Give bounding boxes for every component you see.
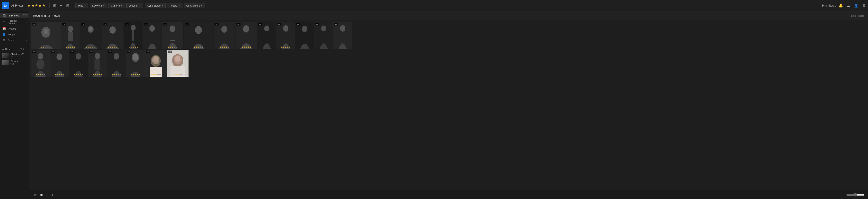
keyword-filter[interactable]: Keyword ▼ — [90, 3, 107, 8]
svg-point-32 — [321, 26, 326, 31]
r2-photo-7-badge: TIF — [146, 50, 150, 53]
app-title: All Photos — [11, 4, 24, 7]
r2-photo-8[interactable]: TIF ★ ★ ★ ★ — [167, 50, 188, 77]
cloud-icon[interactable]: ☁ — [846, 2, 851, 9]
p5s2: ★ — [130, 46, 132, 48]
star-4[interactable]: ★ — [38, 3, 41, 8]
grid-icon[interactable]: ▣ — [39, 192, 44, 197]
detail-view-btn[interactable]: ⊟ — [65, 2, 70, 9]
photo-8[interactable]: TIF ★ ★ ★ ★ ★ — [184, 22, 213, 49]
r2-photo-5[interactable]: TIF ★ ★ ★ ★ ★ — [107, 50, 126, 77]
r2-photo-2[interactable]: TIF ★ ★ ★ ★ ★ — [50, 50, 69, 77]
photo-3[interactable]: TIF ★ ★ ★ ★ ★ — [80, 22, 101, 49]
photo-7-overlay-top: TIF — [163, 23, 182, 26]
svg-point-17 — [169, 26, 176, 32]
p4s4: ★ — [114, 46, 116, 48]
by-date-label: By Date — [8, 28, 24, 30]
svg-point-2 — [43, 29, 48, 34]
svg-rect-18 — [170, 40, 176, 41]
recently-added-icon: ⏱ — [2, 21, 6, 24]
photo-1[interactable]: TIF ★ ★ ★ ★ ★ — [31, 22, 61, 49]
r2-photo-4[interactable]: TIF ★ ★ ★ ★ ★ — [88, 50, 107, 77]
detail-icon[interactable]: ► — [50, 192, 56, 197]
sidebar-item-deleted[interactable]: 🗑 Deleted › — [0, 37, 29, 43]
photo-9[interactable]: TIF ★ ★ ★ ★ ★ — [214, 22, 235, 49]
star-2[interactable]: ★ — [31, 3, 34, 8]
r2-photo-1-overlay-top: TIF — [32, 50, 49, 53]
star-3[interactable]: ★ — [35, 3, 38, 8]
list-view-btn[interactable]: ≡ — [59, 3, 64, 9]
contributors-filter-label: Contributors — [186, 4, 200, 7]
photo-2[interactable]: TIF ★ ★ ★ ★ ★ — [61, 22, 80, 49]
photo-4-overlay-top: TIF — [103, 23, 123, 26]
r2-photo-7[interactable]: TIF ★ ★ ★ ★ ★ — [145, 50, 166, 77]
settings-icon[interactable]: ⚙ — [861, 2, 866, 9]
keyword-filter-label: Keyword — [92, 4, 102, 7]
photo-6[interactable]: TIF — [143, 22, 161, 49]
photo-11[interactable]: TIF — [257, 22, 276, 49]
camera-filter[interactable]: Camera ▼ — [108, 3, 125, 8]
sidebar-item-recently-added[interactable]: ⏱ Recently Added › — [0, 18, 29, 26]
p9s4: ★ — [225, 46, 227, 48]
star-1[interactable]: ★ — [28, 3, 31, 8]
photo-7[interactable]: TIF ★ ★ ★ ★ ★ — [162, 22, 183, 49]
all-photos-count: 772 — [23, 14, 27, 17]
r2-photo-6[interactable]: TIF ★ ★ ★ ★ ★ — [126, 50, 145, 77]
app-logo: Lr — [2, 2, 9, 9]
rating-filter[interactable]: ★ ★ ★ ★ ★ — [28, 3, 45, 8]
main-layout: 🖼 All Photos 772 ⏱ Recently Added › 📅 By… — [0, 11, 868, 199]
photo-13[interactable]: TIF — [296, 22, 314, 49]
photo-1-overlay-top: TIF — [32, 23, 60, 26]
svg-point-41 — [76, 53, 81, 59]
camera-filter-arrow: ▼ — [121, 4, 123, 6]
album-christmas-2019[interactable]: Christmas 2019 47 — [0, 52, 29, 59]
p8s4: ★ — [199, 46, 202, 48]
p10s4: ★ — [248, 46, 249, 48]
photo-10[interactable]: TIF ★ ★ ★ ★ ★ — [236, 22, 257, 49]
type-filter[interactable]: Type ▼ — [75, 3, 88, 8]
svg-point-10 — [110, 27, 116, 34]
camera-filter-label: Camera — [111, 4, 120, 7]
albums-grid-icon[interactable]: ⊞ — [20, 48, 22, 50]
sidebar-item-people[interactable]: 👤 People — [0, 32, 29, 37]
sync-status-filter[interactable]: Sync Status ▼ — [145, 3, 166, 8]
all-photos-icon: 🖼 — [2, 14, 6, 17]
keyword-filter-arrow: ▼ — [103, 4, 105, 6]
star-5[interactable]: ★ — [42, 3, 45, 8]
people-filter[interactable]: People ▼ — [167, 3, 182, 8]
svg-point-49 — [133, 53, 138, 60]
sidebar-item-all-photos[interactable]: 🖼 All Photos 772 — [0, 13, 29, 18]
p5s1: ★ — [128, 46, 130, 48]
p10s2: ★ — [243, 46, 245, 48]
p12s3: ★ — [285, 46, 287, 48]
sidebar-item-by-date[interactable]: 📅 By Date ‹ — [0, 26, 29, 32]
photo-14[interactable]: TIF — [314, 22, 333, 49]
albums-add-icon[interactable]: + — [25, 48, 27, 50]
r2-photo-2-overlay-top: TIF — [51, 50, 68, 53]
p12s4: ★ — [287, 46, 289, 48]
album-stacey[interactable]: Stacey 503 — [0, 59, 29, 66]
r2-photo-1[interactable]: TIF ★ ★ ★ ★ ★ — [31, 50, 50, 77]
photo-5[interactable]: TIF ★ ★ ★ ★ ★ — [124, 22, 143, 49]
contributors-filter[interactable]: Contributors ▼ — [184, 3, 205, 8]
zoom-slider[interactable] — [846, 193, 864, 197]
svg-point-24 — [243, 25, 249, 33]
p10s5: ★ — [250, 46, 251, 48]
photo-6-overlay-top: TIF — [144, 23, 160, 26]
grid-view-btn[interactable]: ⊞ — [52, 2, 57, 9]
albums-list-icon[interactable]: ≡ — [23, 48, 24, 50]
photo-12[interactable]: TIF ★ ★ ★ ★ ★ — [276, 22, 295, 49]
type-filter-arrow: ▼ — [84, 4, 86, 6]
recently-added-arrow: › — [26, 21, 27, 23]
r2-photo-3[interactable]: TIF ★ ★ ★ ★ ★ — [69, 50, 88, 77]
profile-icon[interactable]: 👤 — [853, 2, 860, 9]
svg-point-36 — [38, 53, 43, 59]
photo-15[interactable]: TIF — [333, 22, 352, 49]
list-icon[interactable]: ≡ — [45, 192, 49, 197]
p12s1: ★ — [281, 46, 283, 48]
bottom-right-controls — [846, 193, 864, 197]
square-grid-icon[interactable]: ▦ — [33, 192, 38, 197]
location-filter[interactable]: Location ▼ — [126, 3, 144, 8]
photo-4[interactable]: TIF ★ ★ ★ ★ ★ — [102, 22, 123, 49]
notification-icon[interactable]: 🔔 — [838, 2, 844, 9]
